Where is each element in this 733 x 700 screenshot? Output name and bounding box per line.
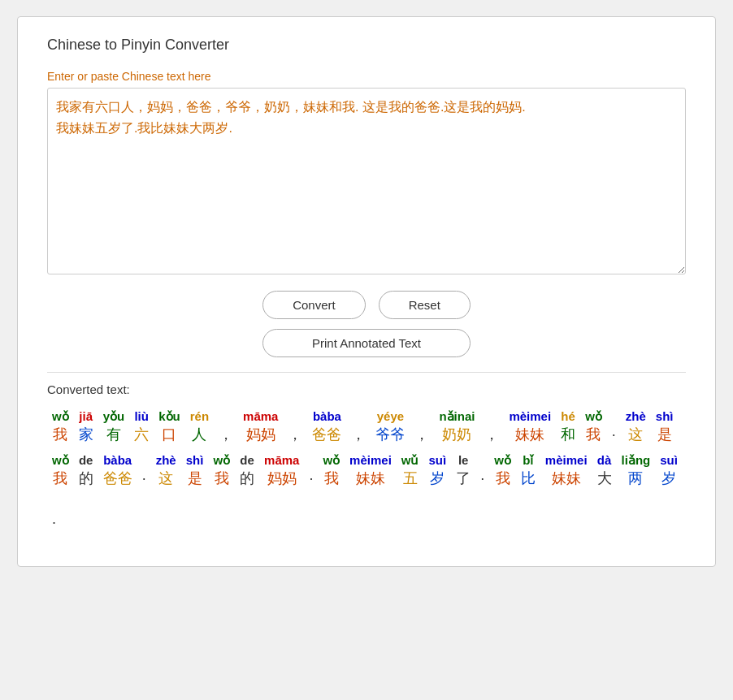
pinyin-text: de (240, 452, 254, 469)
hanzi-text: 这 (156, 469, 176, 489)
pinyin-text: dà (597, 452, 612, 469)
hanzi-text: 这 (626, 425, 646, 445)
hanzi-text: 我 (494, 469, 511, 489)
pinyin-text: zhè (626, 408, 646, 425)
pinyin-text: zhè (156, 452, 176, 469)
list-item: bàba爸爸 (103, 452, 132, 489)
punct-char: ， (288, 425, 302, 445)
list-item: wǒ我 (323, 452, 340, 489)
pinyin-space (351, 408, 366, 425)
list-item: shì是 (186, 452, 204, 489)
hanzi-text: 奶奶 (439, 425, 475, 445)
list-item: rén人 (190, 408, 209, 445)
pinyin-space (612, 408, 616, 425)
pinyin-space (219, 408, 233, 425)
pinyin-text: liǎng (622, 452, 651, 469)
pinyin-text: wǒ (585, 408, 602, 425)
punct-char: · (52, 512, 56, 533)
pinyin-text: mèimei (545, 452, 588, 469)
hanzi-text: 岁 (428, 469, 446, 489)
list-item: shì是 (656, 408, 674, 445)
pinyin-text: wǔ (401, 452, 419, 469)
list-item: wǒ我 (52, 408, 69, 445)
hanzi-text: 人 (190, 425, 209, 445)
punct-char: ， (219, 425, 233, 445)
list-item: mèimei妹妹 (545, 452, 588, 489)
pinyin-text: rén (190, 408, 209, 425)
pinyin-text: jiā (79, 408, 93, 425)
print-button[interactable]: Print Annotated Text (262, 329, 471, 357)
pinyin-text: bàba (103, 452, 132, 469)
pinyin-text: wǒ (494, 452, 511, 469)
pinyin-text: wǒ (213, 452, 230, 469)
pinyin-text: māma (264, 452, 299, 469)
punct-block: · (612, 408, 616, 445)
pinyin-space (288, 408, 302, 425)
pinyin-text: yǒu (103, 408, 125, 425)
list-item: māma妈妈 (243, 408, 278, 445)
hanzi-text: 我 (52, 469, 69, 489)
pinyin-text: suì (428, 452, 446, 469)
hanzi-text: 爷爷 (375, 425, 405, 445)
hanzi-text: 和 (561, 425, 575, 445)
list-item: yǒu有 (103, 408, 125, 445)
hanzi-text: 两 (622, 469, 651, 489)
list-item: liǎng两 (622, 452, 651, 489)
list-item: de的 (79, 452, 93, 489)
list-item: māma妈妈 (264, 452, 299, 489)
list-item: wǒ我 (585, 408, 602, 445)
punct-block: · (142, 452, 146, 489)
list-item: wǔ五 (401, 452, 419, 489)
list-item: bàba爸爸 (312, 408, 341, 445)
page-title: Chinese to Pinyin Converter (47, 37, 686, 54)
list-item: zhè这 (626, 408, 646, 445)
pinyin-text: le (456, 452, 471, 469)
print-row: Print Annotated Text (47, 329, 686, 357)
hanzi-text: 的 (79, 469, 93, 489)
hanzi-text: 口 (158, 425, 180, 445)
hanzi-text: 我 (52, 425, 69, 445)
hanzi-text: 我 (323, 469, 340, 489)
punct-char: ， (351, 425, 366, 445)
main-card: Chinese to Pinyin Converter Enter or pas… (17, 16, 716, 567)
chinese-text-input[interactable]: 我家有六口人，妈妈，爸爸，爷爷，奶奶，妹妹和我. 这是我的爸爸.这是我的妈妈. … (47, 88, 686, 274)
hanzi-text: 我 (585, 425, 602, 445)
pinyin-space (414, 408, 429, 425)
pinyin-space (309, 452, 313, 469)
pinyin-space (480, 452, 484, 469)
punct-block: ， (351, 408, 366, 445)
pinyin-text: shì (656, 408, 674, 425)
hanzi-text: 是 (186, 469, 204, 489)
hanzi-text: 妈妈 (264, 469, 299, 489)
list-item: liù六 (134, 408, 149, 445)
list-item: wǒ我 (494, 452, 511, 489)
hanzi-text: 爸爸 (312, 425, 341, 445)
list-item: mèimei妹妹 (509, 408, 551, 445)
punct-char: · (142, 469, 146, 489)
converted-output: wǒ我jiā家yǒu有liù六kǒu口rén人 ，māma妈妈 ，bàba爸爸 … (47, 404, 686, 537)
punct-block: ， (414, 408, 429, 445)
word-blocks-container: wǒ我jiā家yǒu有liù六kǒu口rén人 ，māma妈妈 ，bàba爸爸 … (47, 404, 686, 537)
list-item: yéye爷爷 (375, 408, 405, 445)
hanzi-text: 家 (79, 425, 93, 445)
pinyin-text: kǒu (158, 408, 180, 425)
pinyin-text: wǒ (52, 408, 69, 425)
hanzi-text: 比 (521, 469, 536, 489)
pinyin-text: nǎinai (439, 408, 475, 425)
hanzi-text: 是 (656, 425, 674, 445)
list-item: wǒ我 (52, 452, 69, 489)
punct-char: ， (484, 425, 499, 445)
pinyin-text: wǒ (52, 452, 69, 469)
list-item: de的 (240, 452, 254, 489)
convert-button[interactable]: Convert (262, 291, 366, 319)
hanzi-text: 岁 (660, 469, 678, 489)
list-item: bǐ比 (521, 452, 536, 489)
punct-char: · (480, 469, 484, 489)
hanzi-text: 六 (134, 425, 149, 445)
pinyin-text: hé (561, 408, 575, 425)
pinyin-text: yéye (375, 408, 405, 425)
pinyin-text: suì (660, 452, 678, 469)
reset-button[interactable]: Reset (379, 291, 471, 319)
hanzi-text: 妈妈 (243, 425, 278, 445)
input-label: Enter or paste Chinese text here (47, 70, 686, 83)
